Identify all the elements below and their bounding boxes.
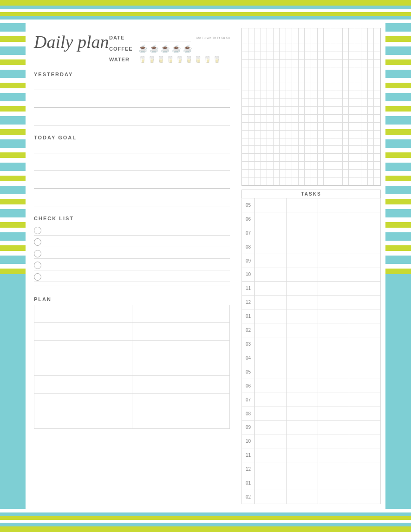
task-col-21-0[interactable] (255, 490, 287, 504)
task-col-3-1[interactable] (286, 240, 318, 254)
coffee-cup-1[interactable]: ☕ (138, 44, 148, 53)
check-circle-2[interactable] (34, 238, 41, 246)
task-col-19-0[interactable] (255, 462, 287, 476)
check-circle-1[interactable] (34, 227, 41, 234)
task-col-5-3[interactable] (349, 268, 381, 282)
task-col-10-1[interactable] (286, 337, 318, 351)
task-col-16-2[interactable] (318, 420, 349, 434)
task-col-1-1[interactable] (286, 212, 318, 226)
task-col-14-2[interactable] (318, 393, 349, 407)
plan-cell-5-1[interactable] (34, 376, 132, 394)
task-col-0-0[interactable] (255, 198, 287, 212)
task-col-0-2[interactable] (318, 198, 349, 212)
task-col-5-0[interactable] (255, 268, 287, 282)
task-col-12-1[interactable] (286, 365, 318, 379)
plan-cell-6-1[interactable] (34, 394, 132, 411)
task-col-4-1[interactable] (286, 254, 318, 268)
water-glass-7[interactable]: 🥛 (194, 56, 202, 63)
task-col-0-3[interactable] (349, 198, 381, 212)
task-col-20-0[interactable] (255, 476, 287, 490)
task-col-5-1[interactable] (286, 268, 318, 282)
task-col-18-3[interactable] (349, 448, 381, 462)
task-col-17-2[interactable] (318, 434, 349, 448)
water-glass-1[interactable]: 🥛 (138, 56, 146, 63)
task-col-0-1[interactable] (286, 198, 318, 212)
task-col-1-2[interactable] (318, 212, 349, 226)
water-glass-4[interactable]: 🥛 (166, 56, 174, 63)
task-col-11-1[interactable] (286, 351, 318, 365)
coffee-cup-3[interactable]: ☕ (161, 44, 170, 53)
task-col-6-2[interactable] (318, 282, 349, 296)
task-col-19-3[interactable] (349, 462, 381, 476)
today-goal-line-4[interactable] (34, 197, 230, 206)
plan-cell-5-2[interactable] (132, 376, 230, 394)
task-col-6-0[interactable] (255, 282, 287, 296)
task-col-14-0[interactable] (255, 393, 287, 407)
task-col-13-1[interactable] (286, 379, 318, 393)
task-col-14-3[interactable] (349, 393, 381, 407)
task-col-11-3[interactable] (349, 351, 381, 365)
task-col-18-0[interactable] (255, 448, 287, 462)
plan-cell-3-2[interactable] (132, 341, 230, 358)
task-col-19-2[interactable] (318, 462, 349, 476)
task-col-7-3[interactable] (349, 296, 381, 309)
coffee-cup-4[interactable]: ☕ (172, 44, 181, 53)
task-col-15-0[interactable] (255, 407, 287, 420)
task-col-17-3[interactable] (349, 434, 381, 448)
task-col-21-2[interactable] (318, 490, 349, 504)
water-glass-9[interactable]: 🥛 (213, 56, 221, 63)
task-col-12-2[interactable] (318, 365, 349, 379)
plan-cell-7-1[interactable] (34, 411, 132, 429)
task-col-3-0[interactable] (255, 240, 287, 254)
task-col-13-2[interactable] (318, 379, 349, 393)
task-col-6-1[interactable] (286, 282, 318, 296)
yesterday-line-1[interactable] (34, 81, 230, 90)
task-col-20-1[interactable] (286, 476, 318, 490)
today-goal-line-1[interactable] (34, 144, 230, 153)
task-col-7-0[interactable] (255, 296, 287, 309)
task-col-9-2[interactable] (318, 323, 349, 337)
task-col-6-3[interactable] (349, 282, 381, 296)
task-col-10-0[interactable] (255, 337, 287, 351)
task-col-15-2[interactable] (318, 407, 349, 420)
water-glass-5[interactable]: 🥛 (176, 56, 183, 63)
water-glass-3[interactable]: 🥛 (157, 56, 165, 63)
task-col-4-3[interactable] (349, 254, 381, 268)
task-col-17-0[interactable] (255, 434, 287, 448)
today-goal-line-3[interactable] (34, 179, 230, 189)
task-col-11-2[interactable] (318, 351, 349, 365)
task-col-21-3[interactable] (349, 490, 381, 504)
task-col-3-3[interactable] (349, 240, 381, 254)
yesterday-line-3[interactable] (34, 116, 230, 125)
task-col-4-2[interactable] (318, 254, 349, 268)
plan-cell-2-2[interactable] (132, 323, 230, 341)
task-col-1-0[interactable] (255, 212, 287, 226)
water-glass-8[interactable]: 🥛 (203, 56, 211, 63)
task-col-10-3[interactable] (349, 337, 381, 351)
task-col-8-3[interactable] (349, 309, 381, 323)
task-col-9-3[interactable] (349, 323, 381, 337)
task-col-20-2[interactable] (318, 476, 349, 490)
task-col-15-3[interactable] (349, 407, 381, 420)
water-glass-6[interactable]: 🥛 (185, 56, 193, 63)
task-col-9-1[interactable] (286, 323, 318, 337)
plan-cell-2-1[interactable] (34, 323, 132, 341)
plan-cell-1-2[interactable] (132, 305, 230, 323)
task-col-5-2[interactable] (318, 268, 349, 282)
task-col-2-1[interactable] (286, 226, 318, 240)
task-col-16-0[interactable] (255, 420, 287, 434)
task-col-16-3[interactable] (349, 420, 381, 434)
task-col-2-3[interactable] (349, 226, 381, 240)
task-col-17-1[interactable] (286, 434, 318, 448)
task-col-13-3[interactable] (349, 379, 381, 393)
task-col-19-1[interactable] (286, 462, 318, 476)
task-col-15-1[interactable] (286, 407, 318, 420)
plan-cell-4-2[interactable] (132, 358, 230, 376)
task-col-7-2[interactable] (318, 296, 349, 309)
task-col-9-0[interactable] (255, 323, 287, 337)
plan-cell-4-1[interactable] (34, 358, 132, 376)
task-col-8-2[interactable] (318, 309, 349, 323)
plan-cell-1-1[interactable] (34, 305, 132, 323)
check-circle-3[interactable] (34, 250, 41, 257)
yesterday-line-2[interactable] (34, 99, 230, 108)
